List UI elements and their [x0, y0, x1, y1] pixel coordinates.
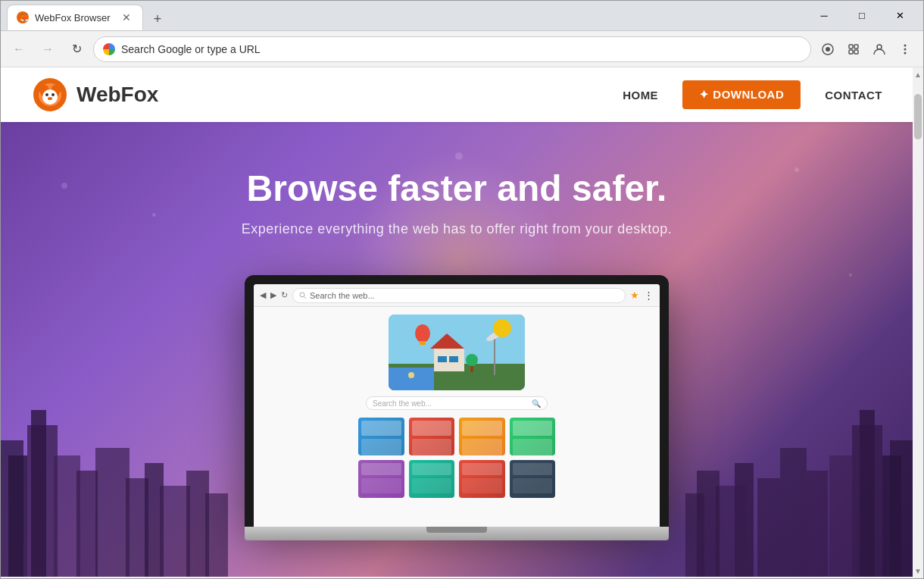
- inner-hero-image: [389, 315, 525, 390]
- dot-5: [455, 152, 463, 160]
- logo-icon: [31, 76, 69, 114]
- inner-page-search-text: Search the web...: [373, 399, 432, 408]
- svg-rect-6: [849, 50, 853, 54]
- svg-point-11: [904, 52, 907, 54]
- svg-rect-39: [807, 471, 828, 577]
- inner-search-icon: [299, 292, 307, 299]
- forward-button[interactable]: →: [36, 37, 60, 61]
- svg-rect-7: [854, 50, 858, 54]
- site-header: WebFox HOME ✦ DOWNLOAD CONTACT: [1, 67, 913, 122]
- dot-4: [849, 274, 852, 277]
- svg-point-18: [52, 93, 55, 96]
- inner-page-search-icon: 🔍: [532, 399, 541, 408]
- hero-section: Browse faster and safer. Experience ever…: [1, 122, 913, 577]
- inner-star-icon: ★: [630, 290, 639, 301]
- svg-rect-35: [882, 455, 901, 577]
- tab-title: WebFox Browser: [35, 12, 110, 23]
- svg-rect-45: [685, 493, 704, 577]
- dot-3: [794, 167, 799, 172]
- thumbnail-3: [459, 418, 505, 455]
- thumbnail-1: [358, 418, 404, 455]
- svg-rect-33: [205, 493, 228, 577]
- browser-toolbar: ← → ↻ Search Google or type a URL: [1, 31, 923, 67]
- inner-back-icon: ◀: [260, 290, 266, 300]
- svg-point-58: [466, 354, 478, 366]
- close-button[interactable]: ✕: [882, 5, 917, 27]
- laptop-screen-outer: ◀ ▶ ↻ Search the web...: [245, 275, 669, 527]
- inner-page-content: Search the web... 🔍: [254, 307, 660, 527]
- svg-point-10: [904, 48, 907, 50]
- account-icon[interactable]: [867, 37, 891, 61]
- svg-point-19: [48, 97, 52, 100]
- scrollbar-up-arrow[interactable]: ▲: [914, 67, 922, 82]
- address-input[interactable]: Search Google or type a URL: [121, 43, 801, 55]
- svg-point-3: [826, 47, 830, 52]
- extension-icon[interactable]: [816, 37, 840, 61]
- svg-rect-54: [449, 356, 458, 362]
- svg-rect-23: [8, 455, 27, 577]
- google-icon: [103, 43, 115, 55]
- address-bar[interactable]: Search Google or type a URL: [93, 36, 811, 62]
- title-bar: 🦊 WebFox Browser ✕ + ─ □ ✕: [1, 1, 923, 31]
- laptop-base: [245, 527, 669, 540]
- download-button[interactable]: ✦ DOWNLOAD: [682, 80, 801, 109]
- inner-thumbnails-grid: [358, 418, 555, 498]
- site-nav: HOME ✦ DOWNLOAD CONTACT: [623, 80, 882, 109]
- minimize-button[interactable]: ─: [807, 5, 841, 27]
- hero-subtitle: Experience everything the web has to off…: [242, 221, 672, 237]
- thumbnail-7: [459, 460, 505, 498]
- svg-rect-27: [76, 471, 98, 577]
- scrollbar-thumb[interactable]: [914, 94, 922, 139]
- hero-title: Browse faster and safer.: [247, 167, 667, 209]
- city-left-svg: [1, 380, 228, 577]
- svg-rect-37: [860, 410, 875, 577]
- svg-point-46: [300, 293, 304, 297]
- active-tab[interactable]: 🦊 WebFox Browser ✕: [7, 5, 143, 30]
- svg-point-57: [493, 319, 511, 337]
- inner-browser: ◀ ▶ ↻ Search the web...: [254, 284, 660, 527]
- thumbnail-4: [510, 418, 556, 455]
- back-button[interactable]: ←: [7, 37, 31, 61]
- svg-point-17: [45, 93, 48, 96]
- nav-contact-link[interactable]: CONTACT: [825, 89, 882, 102]
- browser-menu-icon[interactable]: [893, 37, 917, 61]
- laptop-notch: [426, 527, 487, 533]
- city-right-svg: [685, 380, 913, 577]
- toolbar-icons: [816, 37, 917, 61]
- new-tab-button[interactable]: +: [146, 8, 169, 30]
- laptop-mockup: ◀ ▶ ↻ Search the web...: [245, 275, 669, 540]
- tab-close-button[interactable]: ✕: [120, 11, 133, 24]
- svg-line-47: [304, 296, 307, 299]
- svg-point-8: [877, 45, 882, 49]
- svg-rect-61: [420, 341, 426, 345]
- svg-rect-28: [95, 448, 130, 577]
- dot-2: [152, 213, 156, 217]
- svg-rect-50: [389, 368, 434, 390]
- scrollbar-down-arrow[interactable]: ▼: [914, 564, 922, 578]
- laptop-screen-inner: ◀ ▶ ↻ Search the web...: [254, 284, 660, 527]
- svg-rect-5: [854, 45, 858, 49]
- svg-rect-41: [757, 478, 780, 577]
- refresh-button[interactable]: ↻: [64, 37, 89, 61]
- svg-rect-31: [160, 486, 190, 577]
- inner-page-search: Search the web... 🔍: [366, 396, 548, 410]
- tab-area: 🦊 WebFox Browser ✕ +: [7, 1, 169, 30]
- inner-browser-toolbar: ◀ ▶ ↻ Search the web...: [254, 284, 660, 307]
- svg-rect-38: [829, 455, 856, 577]
- dot-1: [61, 183, 67, 189]
- svg-rect-59: [470, 366, 473, 372]
- svg-point-60: [415, 324, 430, 343]
- title-bar-controls: ─ □ ✕: [807, 5, 923, 27]
- logo-area: WebFox: [31, 76, 158, 114]
- nav-home-link[interactable]: HOME: [623, 89, 658, 102]
- inner-refresh-icon: ↻: [281, 290, 288, 300]
- inner-forward-icon: ▶: [270, 290, 276, 300]
- inner-address-bar: Search the web...: [292, 288, 626, 303]
- svg-rect-4: [849, 45, 853, 49]
- logo-text: WebFox: [76, 83, 158, 107]
- maximize-button[interactable]: □: [844, 5, 879, 27]
- svg-point-62: [408, 372, 414, 378]
- puzzle-icon[interactable]: [841, 37, 866, 61]
- page-content: WebFox HOME ✦ DOWNLOAD CONTACT: [1, 67, 913, 578]
- scrollbar[interactable]: ▲ ▼: [913, 67, 923, 578]
